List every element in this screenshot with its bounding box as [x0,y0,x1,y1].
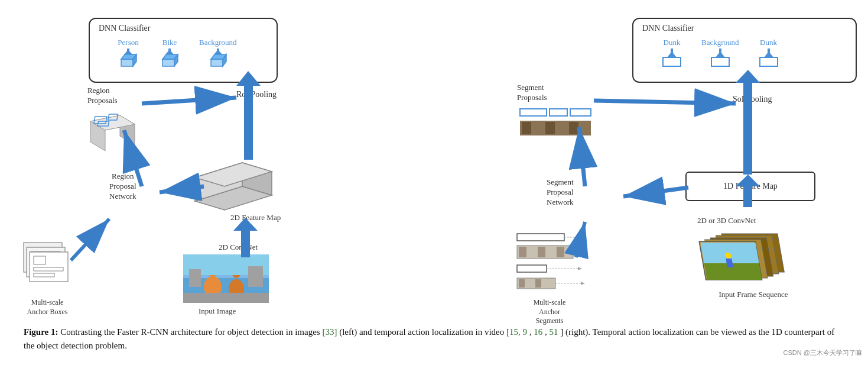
caption-ref2: [15, [506,327,521,337]
svg-marker-9 [165,50,174,54]
box-right-dunk1 [660,49,684,67]
left-diagram: DNN Classifier Person [18,12,360,319]
box-3d-person [116,49,140,67]
class-item-person: Person [116,38,140,67]
soi-pooling-label: SoI Pooling [733,95,772,104]
class-item-background-right: Background [701,38,739,67]
caption-ref7: 51 [549,327,558,337]
svg-rect-70 [534,122,543,134]
segment-proposals-icon [517,106,594,138]
region-proposals-icon [87,109,141,151]
svg-rect-34 [189,269,201,287]
svg-marker-86 [578,235,582,239]
svg-rect-71 [545,122,555,134]
svg-rect-93 [566,247,571,257]
class-item-background-left: Background [199,38,237,67]
spn-label: SegmentProposalNetwork [547,177,574,208]
svg-rect-73 [569,122,578,134]
right-diagram: DNN Classifier Dunk Background [514,12,850,319]
class-item-dunk2: Dunk [757,38,781,67]
class-name-background-right: Background [701,38,739,47]
svg-line-50 [142,98,236,104]
anchor-segments-label: Multi-scaleAnchorSegments [514,298,585,326]
caption-ref5: 16 [534,327,542,337]
rpn-label: RegionProposalNetwork [109,172,136,202]
input-frames-area: Input Frame Sequence [685,231,821,299]
svg-rect-65 [520,109,547,116]
diagram-area: DNN Classifier Person [18,12,850,319]
svg-rect-59 [711,57,729,66]
anchor-segments-icon [514,231,585,296]
feature-map-1d-label: 1D Feature Map [723,182,778,191]
roi-pooling-label: RoI Pooling [236,90,277,99]
svg-rect-74 [581,122,589,134]
anchor-segments-area: Multi-scaleAnchorSegments [514,231,585,326]
classes-row-right: Dunk Background [660,38,781,67]
caption-figure-label: Figure 1: [24,327,58,337]
class-item-dunk1: Dunk [660,38,684,67]
svg-marker-10 [211,59,223,66]
frames-icon [685,231,821,293]
anchor-boxes-area: Multi-scaleAnchor Boxes [21,237,74,317]
convnet-label-left: 2D ConvNet [219,243,258,252]
class-name-dunk1: Dunk [664,38,681,47]
svg-rect-100 [519,279,525,288]
caption-ref1: [33] [322,327,337,337]
svg-rect-62 [760,57,778,66]
segment-proposals-label: SegmentProposals [517,83,594,103]
svg-rect-91 [547,247,555,257]
svg-rect-69 [522,122,531,134]
svg-rect-101 [527,279,533,288]
class-item-bike: Bike [158,38,181,67]
region-proposals-area: RegionProposals [87,86,141,153]
svg-marker-105 [581,282,585,285]
svg-rect-92 [557,247,564,257]
frames-stack [685,231,815,290]
class-name-dunk2: Dunk [760,38,777,47]
class-name-bike: Bike [162,38,177,47]
caption-ref3: 9 [522,327,527,337]
region-proposals-label: RegionProposals [87,86,141,106]
svg-rect-35 [248,266,263,287]
svg-rect-102 [535,279,541,288]
segment-proposals-area: SegmentProposals [517,83,594,141]
feature-map-1d: 1D Feature Map [685,172,815,201]
convnet-label-right: 2D or 3D ConvNet [697,216,756,225]
dnn-classifier-box-left: DNN Classifier Person [89,18,278,83]
box-3d-bike [158,49,181,67]
svg-marker-0 [121,59,133,66]
anchor-boxes-icon [21,237,74,296]
svg-rect-42 [30,252,68,282]
page-container: DNN Classifier Person [0,0,868,381]
class-name-background-left: Background [199,38,237,47]
classes-row-left: Person Bike [116,38,237,67]
svg-marker-98 [578,267,582,270]
svg-marker-64 [764,51,773,57]
box-3d-background [206,49,230,67]
svg-rect-32 [183,293,269,303]
svg-rect-88 [519,247,526,257]
dnn-label-left: DNN Classifier [99,24,151,33]
anchor-boxes-label: Multi-scaleAnchor Boxes [21,298,74,317]
svg-rect-66 [550,109,567,116]
svg-line-55 [71,219,109,260]
caption-text2: (left) and temporal action localization … [339,327,506,337]
svg-rect-96 [517,265,547,272]
class-name-person: Person [118,38,138,47]
svg-rect-84 [517,234,564,241]
dnn-classifier-box-right: DNN Classifier Dunk Background [632,18,857,83]
svg-line-111 [623,188,688,196]
box-right-background [708,49,732,67]
svg-rect-103 [544,279,550,288]
feature-map-icon-left [189,160,278,213]
svg-marker-58 [667,51,677,57]
svg-rect-90 [538,247,545,257]
svg-rect-89 [528,247,536,257]
svg-marker-95 [581,250,585,254]
caption-text1: Contrasting the Faster R-CNN architectur… [60,327,322,337]
input-image-label-left: Input Image [199,306,236,316]
feature-map-left [189,160,278,215]
svg-rect-56 [663,57,681,66]
box-right-dunk2 [757,49,781,67]
svg-marker-61 [716,51,725,57]
